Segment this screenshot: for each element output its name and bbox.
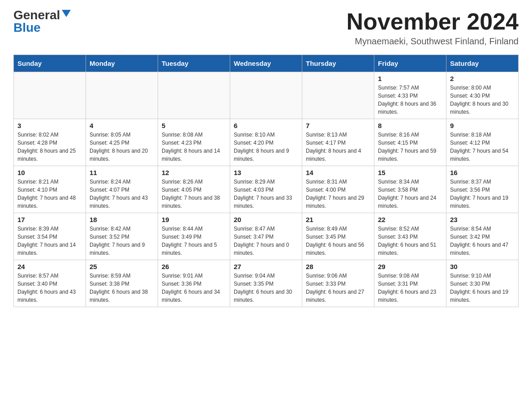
day-number: 1 [378,75,442,82]
day-of-week-header: Wednesday [230,55,302,72]
calendar-cell: 12Sunrise: 8:26 AM Sunset: 4:05 PM Dayli… [158,166,230,213]
calendar-table: SundayMondayTuesdayWednesdayThursdayFrid… [13,55,519,307]
day-info: Sunrise: 8:52 AM Sunset: 3:43 PM Dayligh… [378,225,442,257]
day-info: Sunrise: 8:54 AM Sunset: 3:42 PM Dayligh… [450,225,515,257]
calendar-cell: 15Sunrise: 8:34 AM Sunset: 3:58 PM Dayli… [374,166,446,213]
day-info: Sunrise: 8:34 AM Sunset: 3:58 PM Dayligh… [378,178,442,210]
day-info: Sunrise: 8:49 AM Sunset: 3:45 PM Dayligh… [306,225,370,257]
day-number: 23 [450,216,515,223]
day-info: Sunrise: 7:57 AM Sunset: 4:33 PM Dayligh… [378,84,442,116]
calendar-cell: 5Sunrise: 8:08 AM Sunset: 4:23 PM Daylig… [158,119,230,166]
calendar-cell: 2Sunrise: 8:00 AM Sunset: 4:30 PM Daylig… [446,72,519,119]
logo-general: General [13,9,60,21]
calendar-week-row: 10Sunrise: 8:21 AM Sunset: 4:10 PM Dayli… [14,166,519,213]
day-info: Sunrise: 8:08 AM Sunset: 4:23 PM Dayligh… [162,131,226,163]
calendar-cell: 4Sunrise: 8:05 AM Sunset: 4:25 PM Daylig… [86,119,158,166]
day-number: 25 [90,263,154,270]
logo-blue: Blue [13,21,41,34]
day-info: Sunrise: 8:59 AM Sunset: 3:38 PM Dayligh… [90,272,154,304]
calendar-cell: 1Sunrise: 7:57 AM Sunset: 4:33 PM Daylig… [374,72,446,119]
calendar-cell [230,72,302,119]
calendar-cell [14,72,86,119]
day-number: 2 [450,75,515,82]
day-info: Sunrise: 8:26 AM Sunset: 4:05 PM Dayligh… [162,178,226,210]
day-of-week-header: Sunday [14,55,86,72]
day-number: 7 [306,122,370,129]
day-number: 18 [90,216,154,223]
day-number: 8 [378,122,442,129]
calendar-cell: 16Sunrise: 8:37 AM Sunset: 3:56 PM Dayli… [446,166,519,213]
page-header: General Blue November 2024 Mynaemaeki, S… [13,9,519,47]
day-number: 22 [378,216,442,223]
day-info: Sunrise: 8:39 AM Sunset: 3:54 PM Dayligh… [17,225,82,257]
calendar-cell: 24Sunrise: 8:57 AM Sunset: 3:40 PM Dayli… [14,260,86,307]
day-of-week-header: Tuesday [158,55,230,72]
calendar-cell: 30Sunrise: 9:10 AM Sunset: 3:30 PM Dayli… [446,260,519,307]
day-number: 5 [162,122,226,129]
calendar-cell: 7Sunrise: 8:13 AM Sunset: 4:17 PM Daylig… [302,119,374,166]
calendar-cell: 29Sunrise: 9:08 AM Sunset: 3:31 PM Dayli… [374,260,446,307]
day-info: Sunrise: 8:31 AM Sunset: 4:00 PM Dayligh… [306,178,370,210]
day-number: 16 [450,169,515,176]
calendar-cell: 25Sunrise: 8:59 AM Sunset: 3:38 PM Dayli… [86,260,158,307]
day-number: 21 [306,216,370,223]
day-info: Sunrise: 8:10 AM Sunset: 4:20 PM Dayligh… [234,131,298,163]
day-info: Sunrise: 8:21 AM Sunset: 4:10 PM Dayligh… [17,178,82,210]
calendar-week-row: 1Sunrise: 7:57 AM Sunset: 4:33 PM Daylig… [14,72,519,119]
day-number: 17 [17,216,82,223]
calendar-cell: 27Sunrise: 9:04 AM Sunset: 3:35 PM Dayli… [230,260,302,307]
calendar-cell: 19Sunrise: 8:44 AM Sunset: 3:49 PM Dayli… [158,213,230,260]
calendar-cell: 22Sunrise: 8:52 AM Sunset: 3:43 PM Dayli… [374,213,446,260]
day-of-week-header: Saturday [446,55,519,72]
day-number: 14 [306,169,370,176]
day-info: Sunrise: 8:24 AM Sunset: 4:07 PM Dayligh… [90,178,154,210]
calendar-cell: 13Sunrise: 8:29 AM Sunset: 4:03 PM Dayli… [230,166,302,213]
day-number: 10 [17,169,82,176]
day-info: Sunrise: 9:10 AM Sunset: 3:30 PM Dayligh… [450,272,515,304]
calendar-cell [86,72,158,119]
day-info: Sunrise: 8:18 AM Sunset: 4:12 PM Dayligh… [450,131,515,163]
calendar-cell: 11Sunrise: 8:24 AM Sunset: 4:07 PM Dayli… [86,166,158,213]
calendar-cell: 26Sunrise: 9:01 AM Sunset: 3:36 PM Dayli… [158,260,230,307]
page-title: November 2024 [347,9,519,34]
day-info: Sunrise: 8:47 AM Sunset: 3:47 PM Dayligh… [234,225,298,257]
calendar-cell [158,72,230,119]
day-info: Sunrise: 8:13 AM Sunset: 4:17 PM Dayligh… [306,131,370,163]
day-number: 19 [162,216,226,223]
logo-triangle-icon [62,10,71,17]
logo: General Blue [13,9,71,34]
calendar-cell: 6Sunrise: 8:10 AM Sunset: 4:20 PM Daylig… [230,119,302,166]
day-number: 29 [378,263,442,270]
day-number: 15 [378,169,442,176]
day-number: 6 [234,122,298,129]
page-subtitle: Mynaemaeki, Southwest Finland, Finland [347,36,519,47]
calendar-cell: 9Sunrise: 8:18 AM Sunset: 4:12 PM Daylig… [446,119,519,166]
calendar-cell: 17Sunrise: 8:39 AM Sunset: 3:54 PM Dayli… [14,213,86,260]
day-number: 27 [234,263,298,270]
day-number: 11 [90,169,154,176]
calendar-cell: 20Sunrise: 8:47 AM Sunset: 3:47 PM Dayli… [230,213,302,260]
day-info: Sunrise: 8:57 AM Sunset: 3:40 PM Dayligh… [17,272,82,304]
day-number: 24 [17,263,82,270]
day-number: 13 [234,169,298,176]
calendar-cell: 8Sunrise: 8:16 AM Sunset: 4:15 PM Daylig… [374,119,446,166]
day-number: 20 [234,216,298,223]
day-info: Sunrise: 8:00 AM Sunset: 4:30 PM Dayligh… [450,84,515,116]
day-info: Sunrise: 8:44 AM Sunset: 3:49 PM Dayligh… [162,225,226,257]
calendar-cell: 28Sunrise: 9:06 AM Sunset: 3:33 PM Dayli… [302,260,374,307]
day-number: 3 [17,122,82,129]
day-of-week-header: Monday [86,55,158,72]
day-of-week-header: Friday [374,55,446,72]
calendar-cell [302,72,374,119]
calendar-cell: 21Sunrise: 8:49 AM Sunset: 3:45 PM Dayli… [302,213,374,260]
day-info: Sunrise: 8:37 AM Sunset: 3:56 PM Dayligh… [450,178,515,210]
day-number: 26 [162,263,226,270]
day-info: Sunrise: 9:08 AM Sunset: 3:31 PM Dayligh… [378,272,442,304]
calendar-week-row: 17Sunrise: 8:39 AM Sunset: 3:54 PM Dayli… [14,213,519,260]
calendar-week-row: 24Sunrise: 8:57 AM Sunset: 3:40 PM Dayli… [14,260,519,307]
calendar-cell: 10Sunrise: 8:21 AM Sunset: 4:10 PM Dayli… [14,166,86,213]
day-info: Sunrise: 9:06 AM Sunset: 3:33 PM Dayligh… [306,272,370,304]
day-info: Sunrise: 8:16 AM Sunset: 4:15 PM Dayligh… [378,131,442,163]
day-number: 4 [90,122,154,129]
day-info: Sunrise: 8:05 AM Sunset: 4:25 PM Dayligh… [90,131,154,163]
